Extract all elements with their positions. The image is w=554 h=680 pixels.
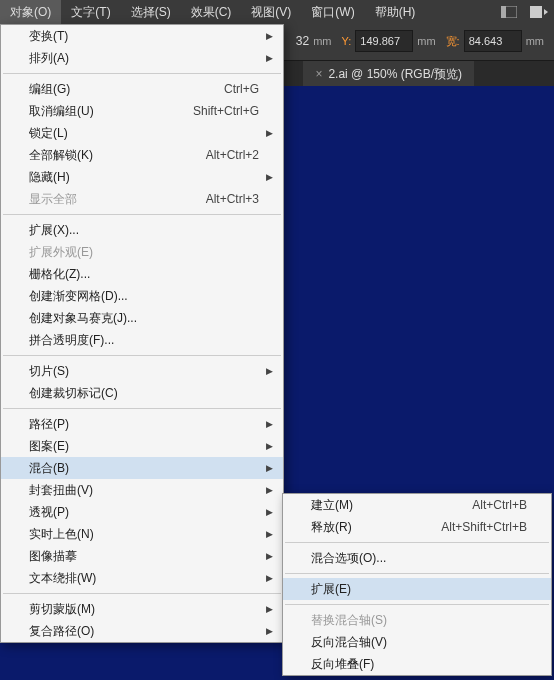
menu-item[interactable]: 混合(B): [1, 457, 283, 479]
menu-object[interactable]: 对象(O): [0, 0, 61, 25]
menu-item[interactable]: 编组(G)Ctrl+G: [1, 78, 283, 100]
shortcut: Alt+Ctrl+B: [472, 498, 527, 512]
menu-item[interactable]: 实时上色(N): [1, 523, 283, 545]
menu-item[interactable]: 文本绕排(W): [1, 567, 283, 589]
menu-item[interactable]: 图案(E): [1, 435, 283, 457]
menu-item[interactable]: 透视(P): [1, 501, 283, 523]
menu-help[interactable]: 帮助(H): [365, 0, 426, 25]
menu-item[interactable]: 图像描摹: [1, 545, 283, 567]
y-unit: mm: [417, 35, 435, 47]
menu-item[interactable]: 创建渐变网格(D)...: [1, 285, 283, 307]
shortcut: Shift+Ctrl+G: [193, 104, 259, 118]
menu-item[interactable]: 混合选项(O)...: [283, 547, 551, 569]
menu-item[interactable]: 拼合透明度(F)...: [1, 329, 283, 351]
menu-item[interactable]: 剪切蒙版(M): [1, 598, 283, 620]
menu-text[interactable]: 文字(T): [61, 0, 120, 25]
menubar: 对象(O) 文字(T) 选择(S) 效果(C) 视图(V) 窗口(W) 帮助(H…: [0, 0, 554, 24]
menu-item: 扩展外观(E): [1, 241, 283, 263]
menu-item[interactable]: 变换(T): [1, 25, 283, 47]
menu-item[interactable]: 栅格化(Z)...: [1, 263, 283, 285]
tab-title: 2.ai @ 150% (RGB/预览): [328, 66, 462, 83]
menu-window[interactable]: 窗口(W): [301, 0, 364, 25]
menu-item[interactable]: 复合路径(O): [1, 620, 283, 642]
w-unit: mm: [526, 35, 544, 47]
menu-item[interactable]: 扩展(X)...: [1, 219, 283, 241]
menu-item[interactable]: 创建对象马赛克(J)...: [1, 307, 283, 329]
tab-close-icon[interactable]: ×: [315, 67, 322, 81]
layout-icon[interactable]: [498, 3, 520, 21]
menu-item[interactable]: 取消编组(U)Shift+Ctrl+G: [1, 100, 283, 122]
menu-item[interactable]: 切片(S): [1, 360, 283, 382]
shortcut: Alt+Shift+Ctrl+B: [441, 520, 527, 534]
menu-item[interactable]: 全部解锁(K)Alt+Ctrl+2: [1, 144, 283, 166]
menu-item: 显示全部Alt+Ctrl+3: [1, 188, 283, 210]
menu-item[interactable]: 路径(P): [1, 413, 283, 435]
menu-view[interactable]: 视图(V): [241, 0, 301, 25]
menu-item[interactable]: 释放(R)Alt+Shift+Ctrl+B: [283, 516, 551, 538]
document-tab[interactable]: × 2.ai @ 150% (RGB/预览): [303, 61, 474, 87]
menu-effect[interactable]: 效果(C): [181, 0, 242, 25]
menu-item[interactable]: 扩展(E): [283, 578, 551, 600]
menu-item: 替换混合轴(S): [283, 609, 551, 631]
menu-item[interactable]: 反向堆叠(F): [283, 653, 551, 675]
menu-item[interactable]: 排列(A): [1, 47, 283, 69]
menu-item[interactable]: 封套扭曲(V): [1, 479, 283, 501]
menu-select[interactable]: 选择(S): [121, 0, 181, 25]
menu-item[interactable]: 隐藏(H): [1, 166, 283, 188]
hidden-unit: mm: [313, 35, 331, 47]
y-label: Y:: [341, 35, 351, 47]
panel-icon[interactable]: [528, 3, 550, 21]
shortcut: Alt+Ctrl+2: [206, 148, 259, 162]
menu-item[interactable]: 反向混合轴(V): [283, 631, 551, 653]
menu-item[interactable]: 锁定(L): [1, 122, 283, 144]
shortcut: Ctrl+G: [224, 82, 259, 96]
menu-item[interactable]: 创建裁切标记(C): [1, 382, 283, 404]
blend-submenu: 建立(M)Alt+Ctrl+B释放(R)Alt+Shift+Ctrl+B混合选项…: [282, 493, 552, 676]
svg-rect-1: [501, 6, 506, 18]
object-menu: 变换(T)排列(A)编组(G)Ctrl+G取消编组(U)Shift+Ctrl+G…: [0, 24, 284, 643]
menu-item[interactable]: 建立(M)Alt+Ctrl+B: [283, 494, 551, 516]
svg-rect-2: [530, 6, 542, 18]
w-input[interactable]: [464, 30, 522, 52]
shortcut: Alt+Ctrl+3: [206, 192, 259, 206]
y-input[interactable]: [355, 30, 413, 52]
hidden-val: 32: [296, 34, 309, 48]
w-label: 宽:: [446, 34, 460, 49]
